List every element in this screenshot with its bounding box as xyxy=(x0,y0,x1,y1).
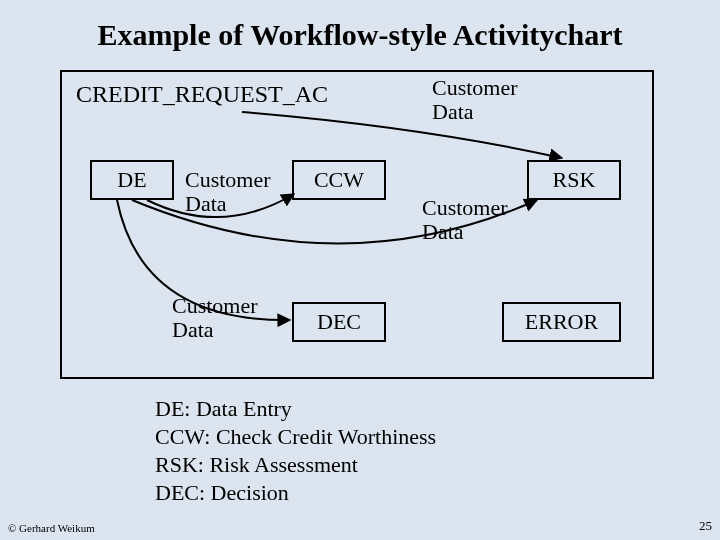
copyright: © Gerhard Weikum xyxy=(8,522,95,534)
chart-name-label: CREDIT_REQUEST_AC xyxy=(76,82,328,106)
page-title: Example of Workflow-style Activitychart xyxy=(0,18,720,52)
data-label-ccw-rsk: Customer Data xyxy=(422,196,508,244)
node-error: ERROR xyxy=(502,302,621,342)
legend: DE: Data Entry CCW: Check Credit Worthin… xyxy=(155,395,436,507)
legend-line: DEC: Decision xyxy=(155,479,436,507)
legend-line: DE: Data Entry xyxy=(155,395,436,423)
node-ccw: CCW xyxy=(292,160,386,200)
node-rsk: RSK xyxy=(527,160,621,200)
data-label-de-ccw: Customer Data xyxy=(185,168,271,216)
data-label-de-dec: Customer Data xyxy=(172,294,258,342)
node-de: DE xyxy=(90,160,174,200)
activity-chart-frame: CREDIT_REQUEST_AC Customer Data DE CCW R… xyxy=(60,70,654,379)
legend-line: RSK: Risk Assessment xyxy=(155,451,436,479)
node-dec: DEC xyxy=(292,302,386,342)
page-number: 25 xyxy=(699,518,712,534)
legend-line: CCW: Check Credit Worthiness xyxy=(155,423,436,451)
slide: Example of Workflow-style Activitychart … xyxy=(0,0,720,540)
data-label-top: Customer Data xyxy=(432,76,518,124)
